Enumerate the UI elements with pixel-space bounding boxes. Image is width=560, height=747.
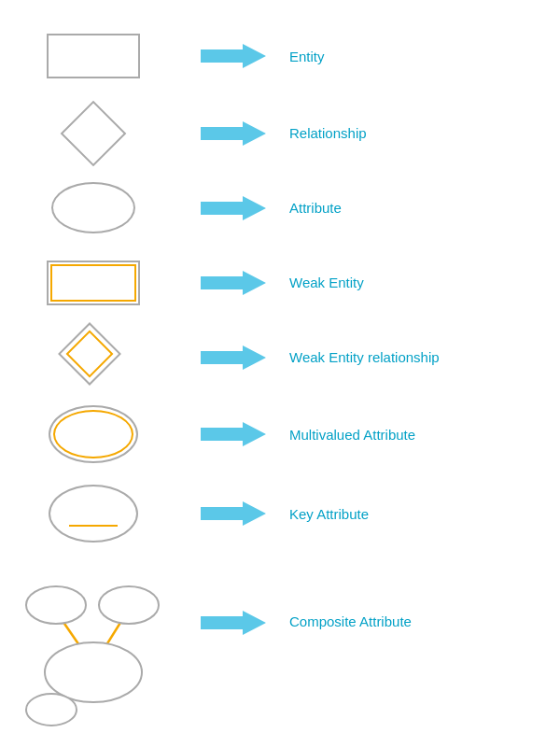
weak-rel-arrow-area xyxy=(187,344,280,372)
weak-entity-shape-area xyxy=(0,261,187,305)
composite-attr-arrow-area xyxy=(187,609,280,685)
relationship-arrow-area xyxy=(187,120,280,148)
legend-container: Entity Relationship Attribute xyxy=(0,0,560,747)
weak-rel-label: Weak Entity relationship xyxy=(289,349,440,365)
attribute-label-area: Attribute xyxy=(280,200,560,216)
entity-shape-area xyxy=(0,34,187,78)
multi-attr-shape xyxy=(49,405,138,463)
svg-point-13 xyxy=(26,694,77,726)
multi-attr-arrow-icon xyxy=(201,420,266,448)
composite-attr-arrow-icon xyxy=(201,609,266,637)
weak-entity-label-area: Weak Entity xyxy=(280,275,560,290)
attribute-label: Attribute xyxy=(289,200,342,216)
entity-arrow-area xyxy=(187,42,280,70)
entity-label: Entity xyxy=(289,49,325,64)
weak-rel-label-area: Weak Entity relationship xyxy=(280,349,560,365)
svg-marker-1 xyxy=(201,121,266,146)
key-attr-row: Key Attribute xyxy=(0,481,560,546)
key-attr-ellipse xyxy=(49,485,138,543)
weak-rel-shape xyxy=(67,331,119,384)
key-attr-arrow-area xyxy=(187,500,280,528)
relationship-label: Relationship xyxy=(289,125,367,141)
composite-attr-shape xyxy=(19,570,168,728)
composite-attr-label: Composite Attribute xyxy=(289,613,412,629)
relationship-diamond xyxy=(61,100,127,166)
composite-attr-shape-area xyxy=(0,565,187,728)
multi-attr-label-area: Multivalued Attribute xyxy=(280,427,560,443)
relationship-shape-area xyxy=(0,107,187,160)
weak-rel-inner xyxy=(66,330,114,377)
attribute-arrow-area xyxy=(187,194,280,222)
svg-point-10 xyxy=(45,642,142,702)
weak-rel-arrow-icon xyxy=(201,344,266,372)
svg-point-11 xyxy=(26,586,86,624)
multi-attr-arrow-area xyxy=(187,420,280,448)
key-attr-label-area: Key Attribute xyxy=(280,506,560,522)
weak-entity-inner xyxy=(50,264,136,302)
multi-attr-inner xyxy=(53,410,133,458)
svg-marker-4 xyxy=(201,345,266,370)
composite-attr-row: Composite Attribute xyxy=(0,565,560,728)
weak-entity-row: Weak Entity xyxy=(0,252,560,313)
entity-rect xyxy=(47,34,140,78)
relationship-row: Relationship xyxy=(0,103,560,163)
svg-marker-3 xyxy=(201,271,266,295)
composite-attr-svg xyxy=(19,570,168,728)
weak-entity-arrow-icon xyxy=(201,269,266,297)
attribute-ellipse xyxy=(51,182,135,233)
attribute-arrow-icon xyxy=(201,194,266,222)
svg-point-12 xyxy=(99,586,159,624)
attribute-row: Attribute xyxy=(0,177,560,238)
weak-entity-arrow-area xyxy=(187,269,280,297)
key-attr-shape xyxy=(49,485,138,543)
relationship-arrow-icon xyxy=(201,120,266,148)
relationship-label-area: Relationship xyxy=(280,125,560,141)
multi-attr-shape-area xyxy=(0,405,187,463)
svg-marker-0 xyxy=(201,44,266,68)
svg-marker-14 xyxy=(201,611,266,635)
weak-entity-shape xyxy=(47,261,140,305)
key-attr-shape-area xyxy=(0,485,187,543)
key-attr-arrow-icon xyxy=(201,500,266,528)
entity-arrow-icon xyxy=(201,42,266,70)
key-attr-underline xyxy=(69,525,118,528)
entity-label-area: Entity xyxy=(280,49,560,64)
composite-attr-label-area: Composite Attribute xyxy=(280,613,560,681)
entity-row: Entity xyxy=(0,28,560,84)
weak-entity-label: Weak Entity xyxy=(289,275,364,290)
multi-attr-label: Multivalued Attribute xyxy=(289,427,415,443)
weak-rel-shape-area xyxy=(0,331,187,384)
svg-marker-6 xyxy=(201,501,266,526)
attribute-shape-area xyxy=(0,182,187,233)
svg-marker-5 xyxy=(201,422,266,446)
multi-attr-row: Multivalued Attribute xyxy=(0,402,560,467)
weak-rel-row: Weak Entity relationship xyxy=(0,327,560,388)
key-attr-label: Key Attribute xyxy=(289,506,369,522)
svg-marker-2 xyxy=(201,196,266,220)
